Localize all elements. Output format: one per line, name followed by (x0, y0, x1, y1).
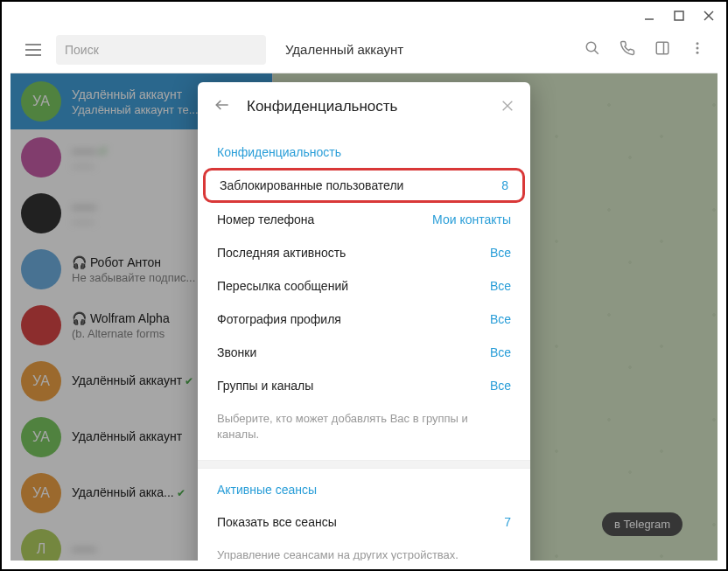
section-divider (198, 460, 530, 469)
section-title-privacy: Конфиденциальность (198, 136, 530, 168)
close-window-button[interactable] (698, 5, 719, 26)
minimize-button[interactable] (639, 5, 660, 26)
svg-rect-1 (675, 11, 683, 20)
svg-point-8 (696, 42, 699, 45)
settings-row[interactable]: Последняя активностьВсе (198, 236, 530, 269)
app-body: УАУдалённый аккаунтУдалённый аккаунт те.… (10, 73, 718, 561)
privacy-hint: Выберите, кто может добавлять Вас в груп… (198, 402, 530, 455)
top-actions (584, 40, 705, 59)
settings-row[interactable]: Показать все сеансы7 (198, 505, 530, 539)
topbar-left: Поиск (10, 34, 273, 66)
call-icon[interactable] (620, 40, 635, 59)
topbar: Поиск Удаленный аккаунт (10, 26, 718, 73)
svg-rect-6 (656, 42, 668, 54)
settings-row-label: Показать все сеансы (217, 515, 337, 529)
privacy-section: Конфиденциальность Заблокированные польз… (198, 131, 530, 460)
svg-point-10 (696, 51, 699, 53)
maximize-button[interactable] (668, 5, 690, 26)
panel-icon[interactable] (654, 40, 670, 59)
app-container: Поиск Удаленный аккаунт УАУдалённый акка… (10, 26, 718, 561)
settings-row-value: 7 (504, 515, 511, 529)
menu-icon[interactable] (18, 34, 49, 66)
svg-point-4 (586, 42, 596, 52)
back-arrow-icon[interactable] (214, 96, 231, 117)
settings-row-value: Все (490, 312, 511, 326)
settings-row-label: Пересылка сообщений (217, 279, 348, 293)
settings-row[interactable]: Фотография профиляВсе (198, 303, 530, 336)
svg-point-9 (696, 46, 699, 49)
sessions-section: Активные сеансы Показать все сеансы7 Упр… (198, 469, 530, 561)
settings-row[interactable]: Номер телефонаМои контакты (198, 203, 530, 236)
settings-row-value: Все (490, 246, 511, 260)
svg-line-5 (594, 50, 598, 54)
modal-overlay[interactable]: Конфиденциальность Конфиденциальность За… (10, 73, 718, 561)
close-icon[interactable] (500, 97, 514, 117)
settings-row[interactable]: ЗвонкиВсе (198, 336, 530, 369)
settings-row[interactable]: Заблокированные пользователи8 (203, 168, 525, 203)
modal-header: Конфиденциальность (198, 82, 530, 131)
settings-row-value: 8 (501, 178, 508, 192)
settings-row-value: Все (490, 345, 511, 359)
settings-row[interactable]: Пересылка сообщенийВсе (198, 269, 530, 303)
settings-row-label: Последняя активность (217, 246, 346, 260)
settings-row-value: Все (490, 379, 511, 393)
window-controls (639, 5, 719, 26)
search-placeholder: Поиск (65, 43, 99, 57)
chat-title: Удаленный аккаунт (285, 42, 403, 57)
modal-title: Конфиденциальность (247, 98, 397, 115)
section-title-sessions: Активные сеансы (198, 474, 530, 505)
topbar-right: Удаленный аккаунт (273, 40, 718, 59)
settings-row-label: Звонки (217, 345, 256, 359)
settings-row-value: Все (490, 279, 511, 293)
sessions-hint: Управление сеансами на других устройства… (198, 539, 530, 561)
settings-row-label: Номер телефона (217, 212, 314, 226)
privacy-modal: Конфиденциальность Конфиденциальность За… (198, 82, 530, 561)
desktop-window-frame: Поиск Удаленный аккаунт УАУдалённый акка… (0, 0, 728, 571)
settings-row[interactable]: Группы и каналыВсе (198, 369, 530, 402)
search-input[interactable]: Поиск (56, 35, 266, 65)
search-icon[interactable] (584, 40, 600, 59)
settings-row-label: Группы и каналы (217, 379, 313, 393)
settings-row-label: Фотография профиля (217, 312, 341, 326)
settings-row-label: Заблокированные пользователи (220, 178, 403, 192)
settings-row-value: Мои контакты (432, 212, 511, 226)
more-icon[interactable] (690, 40, 705, 59)
